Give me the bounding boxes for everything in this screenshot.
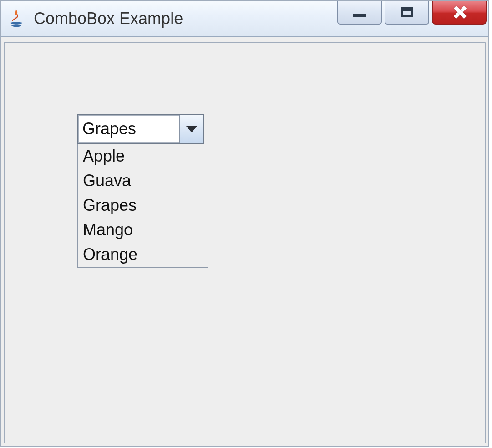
title-bar: ComboBox Example <box>1 1 488 37</box>
close-icon <box>450 3 468 21</box>
combobox-option[interactable]: Guava <box>78 168 208 193</box>
fruit-combobox[interactable]: Grapes <box>77 114 204 144</box>
combobox-option[interactable]: Apple <box>78 144 208 168</box>
client-area: Grapes Apple Guava Grapes Mango Orange <box>4 42 486 443</box>
combobox-selected-text: Grapes <box>82 119 136 138</box>
combobox-option[interactable]: Mango <box>78 218 208 242</box>
window-title: ComboBox Example <box>34 9 183 28</box>
minimize-icon <box>353 14 366 17</box>
maximize-icon <box>401 7 413 17</box>
java-app-icon <box>5 8 27 30</box>
combobox-dropdown: Apple Guava Grapes Mango Orange <box>77 144 208 268</box>
window-controls <box>335 1 487 26</box>
combobox-option[interactable]: Grapes <box>78 193 208 218</box>
minimize-button[interactable] <box>337 1 382 25</box>
close-button[interactable] <box>432 1 487 25</box>
combobox-option[interactable]: Orange <box>78 242 208 267</box>
window-frame: ComboBox Example Grapes Apple Guava <box>0 0 489 447</box>
maximize-button[interactable] <box>385 1 429 25</box>
combobox-arrow-button[interactable] <box>179 115 203 143</box>
combobox-selected-value[interactable]: Grapes <box>78 115 179 143</box>
chevron-down-icon <box>186 126 197 132</box>
